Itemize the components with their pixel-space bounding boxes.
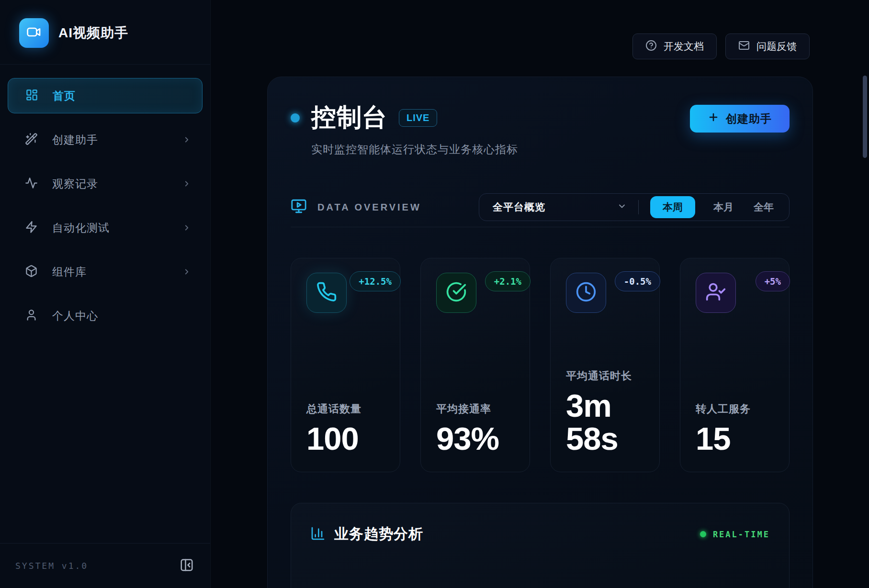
page-title: 控制台 — [311, 101, 387, 134]
delta-badge: +2.1% — [485, 271, 530, 291]
feedback-button[interactable]: 问题反馈 — [725, 33, 810, 59]
sidebar-item-label: 观察记录 — [52, 177, 98, 191]
console-header: 控制台 LIVE 实时监控智能体运行状态与业务核心指标 创建助手 — [291, 101, 790, 157]
sidebar-item-home[interactable]: 首页 — [8, 78, 203, 113]
sidebar-item-observe-records[interactable]: 观察记录 — [8, 166, 203, 201]
plus-icon — [708, 111, 719, 126]
phone-icon — [316, 281, 337, 304]
sidebar-item-label: 自动化测试 — [52, 221, 110, 235]
delta-badge: +12.5% — [350, 271, 401, 291]
sidebar-item-label: 组件库 — [52, 265, 87, 279]
dashboard-icon — [25, 89, 38, 103]
sidebar-item-create-assistant[interactable]: 创建助手 — [8, 122, 203, 157]
chevron-right-icon — [182, 223, 191, 232]
app-window: AI视频助手 首页 创建助手 — [0, 0, 869, 588]
user-check-icon — [705, 281, 726, 304]
stats-grid: +12.5% 总通话数量 100 +2.1% 平均接通率 93% — [291, 258, 790, 472]
live-badge: LIVE — [399, 109, 437, 127]
user-icon — [25, 309, 38, 323]
box-icon — [25, 265, 38, 279]
sidebar-item-personal-center[interactable]: 个人中心 — [8, 298, 203, 333]
platform-dropdown-value: 全平台概览 — [493, 200, 545, 214]
chevron-down-icon — [617, 201, 627, 213]
stat-card-answer-rate: +2.1% 平均接通率 93% — [420, 258, 530, 472]
console-panel: 控制台 LIVE 实时监控智能体运行状态与业务核心指标 创建助手 — [267, 77, 813, 588]
platform-dropdown[interactable]: 全平台概览 — [479, 200, 638, 214]
stat-value: 93% — [436, 422, 514, 455]
overview-filter-box: 全平台概览 本周 本月 全年 — [479, 193, 790, 221]
stat-card-total-calls: +12.5% 总通话数量 100 — [291, 258, 400, 472]
clock-icon — [576, 281, 597, 304]
create-assistant-label: 创建助手 — [726, 111, 772, 126]
activity-icon — [25, 177, 38, 191]
sidebar-item-label: 首页 — [53, 89, 76, 103]
business-trends-card: 业务趋势分析 REAL-TIME — [291, 503, 790, 588]
stat-value: 100 — [306, 422, 384, 455]
collapse-sidebar-button[interactable] — [179, 558, 195, 574]
sidebar-item-label: 创建助手 — [52, 133, 98, 147]
check-circle-icon — [446, 281, 467, 304]
chevron-right-icon — [182, 179, 191, 188]
stat-label: 转人工服务 — [696, 402, 774, 416]
stat-card-avg-duration: -0.5% 平均通话时长 3m 58s — [550, 258, 660, 472]
panel-collapse-icon — [180, 558, 194, 574]
chevron-right-icon — [182, 267, 191, 276]
page-subtitle: 实时监控智能体运行状态与业务核心指标 — [311, 142, 518, 157]
sidebar-footer: SYSTEM v1.0 — [0, 543, 210, 588]
realtime-label: REAL-TIME — [713, 530, 770, 539]
stat-value: 3m 58s — [566, 389, 644, 455]
sidebar-item-automation-test[interactable]: 自动化测试 — [8, 210, 203, 245]
status-dot — [291, 113, 300, 122]
chevron-right-icon — [182, 135, 191, 144]
zap-icon — [25, 221, 38, 235]
sidebar: AI视频助手 首页 创建助手 — [0, 0, 211, 588]
topbar: 开发文档 问题反馈 — [211, 0, 869, 59]
delta-badge: +5% — [756, 271, 790, 291]
tab-this-week[interactable]: 本周 — [650, 196, 695, 218]
help-circle-icon — [645, 40, 657, 54]
dev-docs-label: 开发文档 — [664, 40, 704, 53]
stat-label: 平均通话时长 — [566, 369, 644, 383]
app-logo — [19, 18, 49, 48]
stat-icon-tile — [436, 273, 476, 313]
tab-this-year[interactable]: 全年 — [752, 196, 776, 218]
mail-icon — [738, 40, 750, 54]
monitor-play-icon — [291, 198, 307, 216]
stat-card-human-transfer: +5% 转人工服务 15 — [680, 258, 790, 472]
stat-icon-tile — [566, 273, 606, 313]
bar-chart-icon — [310, 526, 326, 543]
stat-icon-tile — [696, 273, 736, 313]
data-overview-label: DATA OVERVIEW — [317, 202, 421, 213]
trends-title: 业务趋势分析 — [334, 524, 423, 544]
video-camera-icon — [26, 24, 42, 42]
sidebar-nav: 首页 创建助手 — [0, 65, 210, 333]
stat-label: 平均接通率 — [436, 402, 514, 416]
stat-value: 15 — [696, 422, 774, 455]
system-version: SYSTEM v1.0 — [15, 561, 88, 571]
scrollbar-thumb[interactable] — [863, 76, 867, 158]
sidebar-item-label: 个人中心 — [52, 309, 98, 323]
range-tabs: 本周 本月 全年 — [639, 196, 789, 218]
realtime-status: REAL-TIME — [700, 530, 770, 539]
tab-this-month[interactable]: 本月 — [711, 196, 735, 218]
stat-icon-tile — [306, 273, 347, 313]
dev-docs-button[interactable]: 开发文档 — [632, 33, 717, 59]
delta-badge: -0.5% — [615, 271, 660, 291]
green-status-dot — [700, 531, 706, 537]
stat-label: 总通话数量 — [306, 402, 384, 416]
app-title: AI视频助手 — [58, 24, 128, 42]
sidebar-item-component-library[interactable]: 组件库 — [8, 254, 203, 289]
sidebar-header: AI视频助手 — [0, 0, 210, 65]
create-assistant-button[interactable]: 创建助手 — [690, 105, 790, 133]
wand-icon — [25, 133, 38, 147]
main-content: 开发文档 问题反馈 控制台 LIVE 实时 — [211, 0, 869, 588]
feedback-label: 问题反馈 — [756, 40, 797, 53]
data-overview-row: DATA OVERVIEW 全平台概览 本周 本月 全年 — [291, 193, 790, 227]
